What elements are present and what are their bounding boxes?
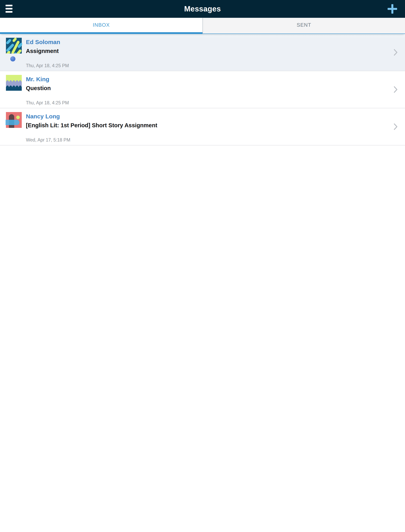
- message-subject: [English Lit: 1st Period] Short Story As…: [26, 122, 387, 129]
- compose-button[interactable]: [388, 4, 397, 14]
- shapes-avatar-icon: [6, 112, 22, 128]
- sender-name: Nancy Long: [26, 113, 387, 120]
- hamburger-icon: [6, 5, 13, 6]
- page-title: Messages: [184, 5, 221, 13]
- message-row-nancy-long[interactable]: Nancy Long [English Lit: 1st Period] Sho…: [0, 108, 405, 146]
- sender-name: Ed Soloman: [26, 39, 387, 45]
- avatar: [6, 112, 22, 128]
- message-timestamp: Thu, Apr 18, 4:25 PM: [26, 100, 69, 106]
- avatar: [6, 38, 22, 53]
- hamburger-menu-button[interactable]: [6, 4, 14, 13]
- message-timestamp: Wed, Apr 17, 5:18 PM: [26, 137, 70, 143]
- plus-icon: [388, 4, 397, 14]
- waves-avatar-icon: [6, 75, 22, 91]
- avatar: [6, 75, 22, 91]
- message-subject: Question: [26, 85, 387, 92]
- chevron-right-icon: [393, 49, 398, 56]
- tab-sent[interactable]: SENT: [202, 18, 405, 34]
- tab-bar: INBOX SENT: [0, 18, 405, 34]
- sender-name: Mr. King: [26, 76, 387, 82]
- unread-indicator: [10, 56, 15, 61]
- message-row-mr-king[interactable]: Mr. King Question Thu, Apr 18, 4:25 PM: [0, 71, 405, 108]
- tab-inbox[interactable]: INBOX: [0, 18, 202, 34]
- message-timestamp: Thu, Apr 18, 4:25 PM: [26, 63, 69, 68]
- message-list: Ed Soloman Assignment Thu, Apr 18, 4:25 …: [0, 34, 405, 146]
- chevron-right-icon: [393, 86, 398, 93]
- diagonal-stripes-avatar-icon: [6, 38, 22, 53]
- chevron-right-icon: [393, 123, 398, 130]
- message-row-ed-soloman[interactable]: Ed Soloman Assignment Thu, Apr 18, 4:25 …: [0, 34, 405, 71]
- app-header: Messages: [0, 0, 405, 18]
- message-subject: Assignment: [26, 48, 387, 54]
